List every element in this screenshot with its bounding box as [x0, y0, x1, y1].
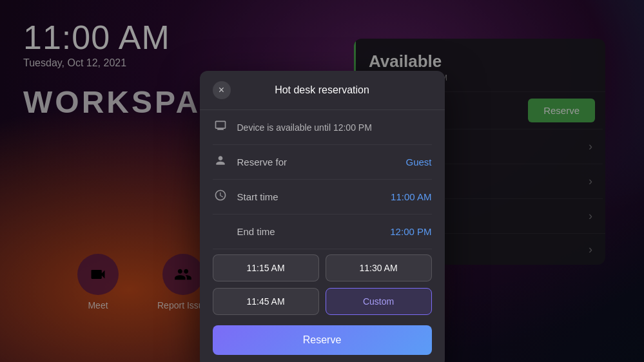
- end-time-value: 12:00 PM: [390, 226, 431, 237]
- start-time-value: 11:00 AM: [391, 191, 431, 202]
- modal-title: Hot desk reservation: [275, 84, 369, 96]
- clock-icon: [213, 189, 228, 205]
- modal-overlay: × Hot desk reservation Device is availab…: [0, 0, 644, 362]
- time-option-1115am[interactable]: 11:15 AM: [213, 254, 319, 281]
- device-info-row: Device is available until 12:00 PM: [213, 110, 432, 145]
- time-option-custom[interactable]: Custom: [326, 288, 432, 315]
- reserve-for-row: Reserve for Guest: [213, 145, 432, 180]
- time-option-1145am[interactable]: 11:45 AM: [213, 288, 319, 315]
- time-option-buttons: 11:15 AM 11:30 AM 11:45 AM Custom: [213, 254, 432, 315]
- end-time-label: End time: [237, 226, 382, 237]
- person-icon: [213, 154, 228, 170]
- start-time-label: Start time: [237, 191, 382, 202]
- time-option-1130am[interactable]: 11:30 AM: [326, 254, 432, 281]
- reserve-for-label: Reserve for: [237, 157, 397, 167]
- reserve-for-value: Guest: [405, 157, 431, 167]
- start-time-row: Start time 11:00 AM: [213, 180, 432, 214]
- modal-title-bar: × Hot desk reservation: [200, 71, 445, 110]
- modal-close-button[interactable]: ×: [213, 81, 231, 99]
- modal-reserve-button[interactable]: Reserve: [213, 325, 432, 355]
- monitor-icon: [213, 119, 228, 135]
- end-time-row: End time 12:00 PM: [213, 214, 432, 249]
- modal-body: Device is available until 12:00 PM Reser…: [200, 110, 445, 362]
- hot-desk-modal: × Hot desk reservation Device is availab…: [200, 71, 445, 362]
- device-info-text: Device is available until 12:00 PM: [237, 122, 432, 133]
